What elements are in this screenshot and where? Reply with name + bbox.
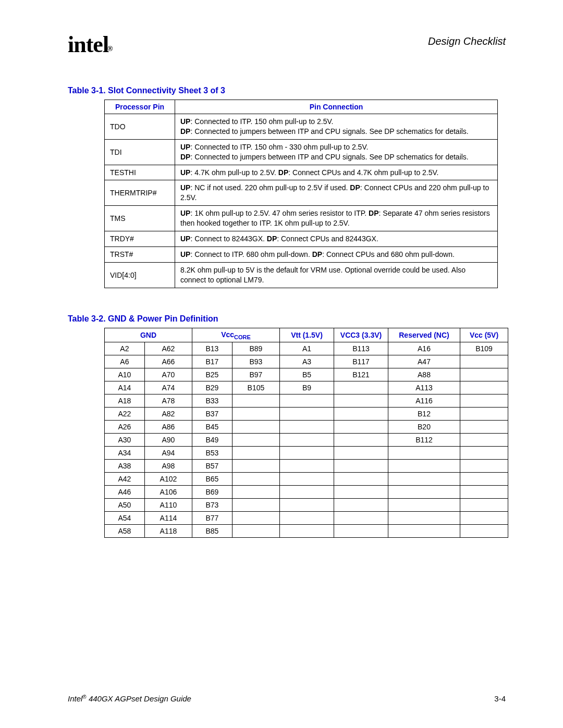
pin-cell: A34 (105, 447, 145, 460)
pin-cell: A47 (388, 355, 460, 368)
pin-cell: A110 (144, 499, 192, 512)
pin-cell (460, 460, 508, 473)
pin-cell: A116 (388, 394, 460, 408)
pin-connection-cell: 8.2K ohm pull-up to 5V is the default fo… (175, 262, 498, 288)
pin-cell (388, 499, 460, 512)
page-footer: Intel® 440GX AGPset Design Guide 3-4 (68, 694, 506, 703)
pin-connection-cell: UP: NC if not used. 220 ohm pull-up to 2… (175, 180, 498, 206)
pin-cell: A98 (144, 460, 192, 473)
pin-cell: B25 (192, 368, 232, 381)
pin-connection-cell: UP: 4.7K ohm pull-up to 2.5V. DP: Connec… (175, 165, 498, 180)
table-row: A26A86B45B20 (105, 421, 508, 434)
pin-cell (388, 525, 460, 538)
pin-cell: A18 (105, 394, 145, 408)
processor-pin-cell: TESTHI (105, 165, 175, 180)
pin-cell (460, 434, 508, 447)
pin-cell: B5 (280, 368, 334, 381)
pin-cell: A42 (105, 473, 145, 486)
pin-cell: B117 (334, 355, 388, 368)
pin-cell (388, 486, 460, 499)
pin-cell: A114 (144, 512, 192, 525)
pin-cell: B49 (192, 434, 232, 447)
pin-cell: A62 (144, 342, 192, 355)
pin-cell (334, 473, 388, 486)
processor-pin-cell: TRST# (105, 246, 175, 262)
pin-cell: A102 (144, 473, 192, 486)
table-row: TRDY#UP: Connect to 82443GX. DP: Connect… (105, 231, 498, 247)
pin-cell: B57 (192, 460, 232, 473)
pin-cell (334, 447, 388, 460)
pin-cell: A90 (144, 434, 192, 447)
pin-cell (334, 499, 388, 512)
pin-cell: A74 (144, 381, 192, 394)
pin-cell: A2 (105, 342, 145, 355)
table-row: A38A98B57 (105, 460, 508, 473)
pin-cell: A82 (144, 408, 192, 421)
processor-pin-cell: TDO (105, 114, 175, 140)
pin-cell: B29 (192, 381, 232, 394)
pin-cell: B85 (192, 525, 232, 538)
processor-pin-cell: TMS (105, 206, 175, 231)
pin-cell: A50 (105, 499, 145, 512)
pin-cell (460, 525, 508, 538)
table1-caption: Table 3-1. Slot Connectivity Sheet 3 of … (68, 86, 506, 95)
pin-cell (232, 512, 279, 525)
pin-cell: A14 (105, 381, 145, 394)
pin-connection-cell: UP: Connected to ITP. 150 ohm - 330 ohm … (175, 139, 498, 165)
processor-pin-cell: THERMTRIP# (105, 180, 175, 206)
pin-cell (280, 447, 334, 460)
pin-cell (388, 447, 460, 460)
pin-cell: A106 (144, 486, 192, 499)
table-row: A2A62B13B89A1B113A16B109 (105, 342, 508, 355)
pin-cell: B33 (192, 394, 232, 408)
pin-cell: A66 (144, 355, 192, 368)
pin-cell (388, 512, 460, 525)
pin-cell (460, 447, 508, 460)
pin-cell: A58 (105, 525, 145, 538)
pin-cell (388, 473, 460, 486)
table1-block: Table 3-1. Slot Connectivity Sheet 3 of … (68, 86, 506, 288)
logo-registered-mark: ® (107, 45, 112, 53)
processor-pin-cell: VID[4:0] (105, 262, 175, 288)
table-row: A34A94B53 (105, 447, 508, 460)
pin-cell: A16 (388, 342, 460, 355)
pin-cell: A94 (144, 447, 192, 460)
pin-connection-cell: UP: Connect to ITP. 680 ohm pull-down. D… (175, 246, 498, 262)
pin-cell: B69 (192, 486, 232, 499)
pin-cell: A30 (105, 434, 145, 447)
table-row: TDIUP: Connected to ITP. 150 ohm - 330 o… (105, 139, 498, 165)
pin-cell (388, 460, 460, 473)
table-row: A54A114B77 (105, 512, 508, 525)
pin-cell (280, 434, 334, 447)
table-row: A18A78B33A116 (105, 394, 508, 408)
table-row: A14A74B29B105B9A113 (105, 381, 508, 394)
pin-cell (232, 486, 279, 499)
pin-cell (280, 394, 334, 408)
pin-cell (280, 525, 334, 538)
pin-cell (280, 473, 334, 486)
pin-cell: B112 (388, 434, 460, 447)
pin-cell (334, 408, 388, 421)
pin-cell: B73 (192, 499, 232, 512)
table-row: TRST#UP: Connect to ITP. 680 ohm pull-do… (105, 246, 498, 262)
table-row: TMSUP: 1K ohm pull-up to 2.5V. 47 ohm se… (105, 206, 498, 231)
table-row: TDOUP: Connected to ITP. 150 ohm pull-up… (105, 114, 498, 140)
page: intel® Design Checklist Table 3-1. Slot … (0, 0, 563, 538)
pin-cell: B97 (232, 368, 279, 381)
pin-cell (334, 434, 388, 447)
pin-connection-cell: UP: Connect to 82443GX. DP: Connect CPUs… (175, 231, 498, 247)
pin-cell (280, 512, 334, 525)
table1: Processor Pin Pin Connection TDOUP: Conn… (104, 100, 498, 288)
table2-h-gnd: GND (105, 328, 192, 342)
intel-logo: intel® (68, 31, 114, 58)
pin-cell: B37 (192, 408, 232, 421)
pin-cell: B65 (192, 473, 232, 486)
pin-cell (460, 499, 508, 512)
pin-cell (232, 421, 279, 434)
pin-cell (334, 525, 388, 538)
pin-cell: A10 (105, 368, 145, 381)
processor-pin-cell: TDI (105, 139, 175, 165)
pin-cell: A46 (105, 486, 145, 499)
table1-header-row: Processor Pin Pin Connection (105, 100, 498, 114)
pin-cell: B20 (388, 421, 460, 434)
